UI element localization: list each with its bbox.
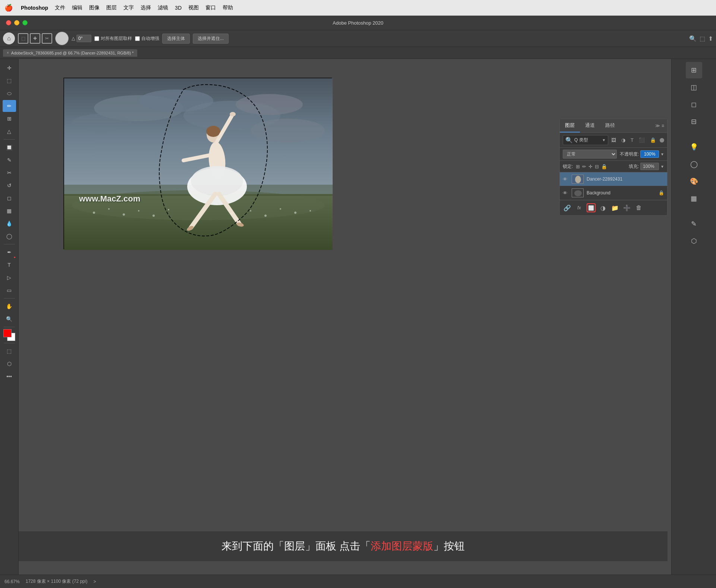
- dodge-tool[interactable]: ◯: [3, 230, 16, 242]
- quick-select-tool[interactable]: ✏: [3, 100, 16, 112]
- layers-panel-toggle[interactable]: ⊞: [686, 62, 702, 78]
- lock-pixel-icon[interactable]: ⊞: [576, 164, 580, 169]
- lock-move-icon[interactable]: ✛: [588, 164, 593, 169]
- layer-eye-dancer[interactable]: 👁: [563, 176, 569, 182]
- checkbox-enhance[interactable]: 自动增强: [135, 35, 159, 42]
- expand-icon[interactable]: ≫: [655, 123, 660, 128]
- menu-layer[interactable]: 图层: [106, 4, 117, 11]
- lock-paint-icon[interactable]: ✏: [582, 164, 586, 169]
- adjustments-panel-toggle[interactable]: ◫: [686, 79, 702, 96]
- menu-edit[interactable]: 编辑: [72, 4, 82, 11]
- menu-window[interactable]: 窗口: [205, 4, 216, 11]
- brush-tool[interactable]: ✎: [3, 154, 16, 166]
- layer-item-background[interactable]: 👁 Background 🔒: [560, 186, 667, 200]
- quick-mask-tool[interactable]: ⬚: [3, 345, 16, 357]
- search-icon[interactable]: 🔍: [689, 35, 697, 42]
- tab-channels[interactable]: 通道: [580, 119, 600, 132]
- filter-text-icon[interactable]: T: [629, 137, 635, 144]
- hand-tool[interactable]: ✋: [3, 300, 16, 312]
- color-swatches[interactable]: [3, 329, 15, 341]
- menu-icon[interactable]: ≡: [662, 123, 664, 128]
- opacity-value[interactable]: 100%: [640, 150, 659, 158]
- add-mask-button[interactable]: ⬜: [587, 203, 596, 212]
- checkbox-all-layers[interactable]: 对所有图层取样: [94, 35, 132, 42]
- blur-tool[interactable]: 💧: [3, 218, 16, 229]
- opacity-dropdown[interactable]: ▼: [660, 152, 664, 156]
- text-tool[interactable]: T: [3, 259, 16, 271]
- filter-active-dot[interactable]: [660, 138, 664, 143]
- menu-file[interactable]: 文件: [55, 4, 65, 11]
- lasso-tool[interactable]: ⬭: [3, 87, 16, 99]
- menu-3d[interactable]: 3D: [175, 5, 182, 11]
- maximize-button[interactable]: [22, 20, 28, 25]
- menu-text[interactable]: 文字: [123, 4, 134, 11]
- select-subject-button[interactable]: 选择主体: [162, 34, 190, 44]
- tool-option-2[interactable]: ✚: [30, 33, 40, 44]
- group-layers-button[interactable]: 📁: [610, 203, 619, 212]
- menu-view[interactable]: 视图: [188, 4, 199, 11]
- gradient-tool[interactable]: ▦: [3, 205, 16, 217]
- tab-layers[interactable]: 图层: [560, 119, 580, 132]
- color-panel-toggle[interactable]: ◯: [686, 156, 702, 172]
- select-mask-button[interactable]: 选择并遮住...: [193, 34, 229, 44]
- angle-input[interactable]: [76, 35, 91, 42]
- dropdown-arrow[interactable]: ▼: [602, 138, 606, 142]
- path-select-tool[interactable]: ▷: [3, 272, 16, 284]
- filter-adjust-icon[interactable]: ◑: [620, 137, 627, 144]
- apple-menu[interactable]: 🍎: [4, 4, 13, 12]
- filter-shape-icon[interactable]: ⬛: [637, 137, 646, 144]
- tab-close-button[interactable]: ×: [7, 51, 9, 55]
- layout-icon[interactable]: ⬚: [700, 35, 705, 42]
- heal-tool[interactable]: 🔲: [3, 141, 16, 153]
- layer-item-dancer[interactable]: 👁 Dancer-22892431: [560, 172, 667, 186]
- eraser-tool[interactable]: ◻: [3, 192, 16, 204]
- libraries-panel-toggle[interactable]: ◻: [686, 96, 702, 113]
- minimize-button[interactable]: [14, 20, 19, 25]
- foreground-color[interactable]: [3, 329, 12, 337]
- lock-artboard-icon[interactable]: ⊟: [595, 164, 599, 169]
- fx-button[interactable]: fx: [575, 203, 584, 212]
- close-button[interactable]: [6, 20, 11, 25]
- marquee-tool[interactable]: ⬚: [3, 75, 16, 87]
- more-tools[interactable]: •••: [3, 370, 16, 382]
- paths-panel-icon[interactable]: ⬡: [686, 233, 702, 249]
- clone-tool[interactable]: ✂: [3, 167, 16, 179]
- crop-tool[interactable]: ⊞: [3, 113, 16, 125]
- menu-image[interactable]: 图像: [89, 4, 100, 11]
- menu-help[interactable]: 帮助: [223, 4, 233, 11]
- tab-paths[interactable]: 路径: [600, 119, 620, 132]
- shape-tool[interactable]: ▭: [3, 284, 16, 296]
- pen-tool[interactable]: ✒ ●: [3, 246, 16, 258]
- share-icon[interactable]: ⬆: [708, 35, 713, 42]
- brush-panel-toggle[interactable]: ✎: [686, 216, 702, 232]
- lock-all-icon[interactable]: 🔒: [601, 164, 607, 169]
- document-tab[interactable]: × AdobeStock_78360685.psd @ 66.7% (Dance…: [3, 49, 137, 57]
- history-panel-toggle[interactable]: ⊟: [686, 113, 702, 130]
- fill-adjustment-button[interactable]: ◑: [599, 203, 607, 212]
- tool-option-1[interactable]: ⬚: [18, 33, 28, 44]
- fill-value-input[interactable]: [640, 163, 659, 170]
- layer-eye-background[interactable]: 👁: [563, 190, 569, 196]
- tool-option-3[interactable]: ✂: [42, 33, 52, 44]
- screen-mode-tool[interactable]: ⬡: [3, 358, 16, 370]
- new-layer-button[interactable]: ➕: [622, 203, 631, 212]
- blend-mode-select[interactable]: 正常: [563, 150, 617, 159]
- history-tool[interactable]: ↺: [3, 179, 16, 191]
- fill-dropdown[interactable]: ▼: [660, 165, 664, 169]
- link-layers-button[interactable]: 🔗: [563, 203, 572, 212]
- status-arrow[interactable]: >: [93, 579, 96, 584]
- checkbox-enhance-input[interactable]: [135, 36, 140, 41]
- filter-search[interactable]: 🔍 Q 类型 ▼: [563, 135, 608, 145]
- info-panel-toggle[interactable]: 💡: [686, 139, 702, 155]
- home-icon[interactable]: ⌂: [3, 32, 15, 44]
- filter-smart-icon[interactable]: 🔒: [649, 137, 657, 144]
- menu-filter[interactable]: 滤镜: [158, 4, 168, 11]
- zoom-tool[interactable]: 🔍: [3, 313, 16, 325]
- gradients-panel-toggle[interactable]: ▦: [686, 190, 702, 207]
- filter-pixel-icon[interactable]: 🖼: [610, 137, 618, 144]
- move-tool[interactable]: ✛: [3, 62, 16, 74]
- checkbox-all-layers-input[interactable]: [94, 36, 99, 41]
- brush-size-indicator[interactable]: 30: [55, 32, 69, 45]
- eyedropper-tool[interactable]: △: [3, 125, 16, 137]
- app-name[interactable]: Photoshop: [21, 5, 48, 11]
